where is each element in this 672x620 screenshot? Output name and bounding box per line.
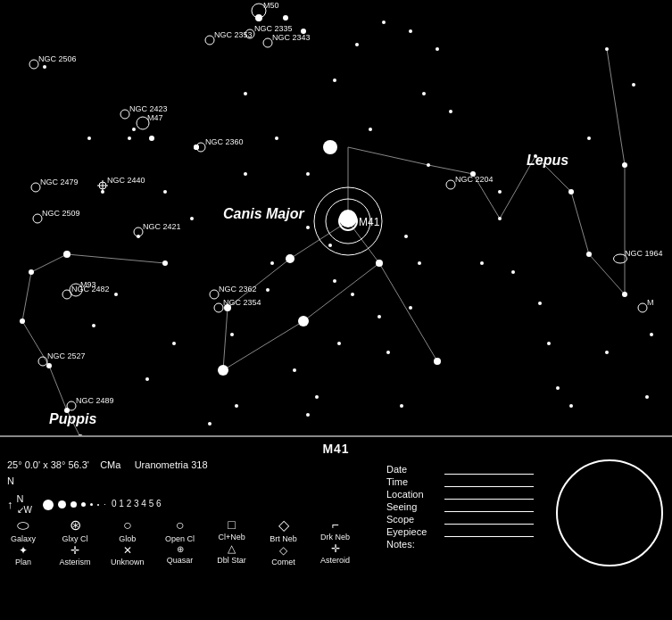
- obs-scope: Scope: [386, 514, 534, 525]
- svg-point-114: [263, 38, 272, 47]
- svg-point-116: [29, 60, 38, 69]
- svg-point-52: [87, 136, 91, 140]
- svg-point-30: [162, 260, 168, 266]
- svg-line-22: [67, 254, 165, 263]
- svg-point-103: [293, 368, 296, 372]
- svg-point-96: [386, 351, 390, 354]
- svg-point-132: [33, 214, 42, 223]
- svg-text:M41: M41: [359, 216, 380, 228]
- svg-text:NGC 2440: NGC 2440: [107, 176, 145, 185]
- svg-point-106: [306, 226, 310, 229]
- svg-line-8: [348, 147, 428, 165]
- svg-point-110: [205, 36, 214, 45]
- svg-point-93: [306, 413, 310, 417]
- svg-point-47: [283, 15, 288, 21]
- svg-text:NGC 1964: NGC 1964: [625, 249, 663, 258]
- svg-point-58: [400, 404, 403, 408]
- obs-location: Location: [386, 489, 534, 500]
- svg-line-4: [223, 308, 228, 370]
- svg-text:NGC 2506: NGC 2506: [38, 54, 77, 63]
- svg-point-98: [266, 288, 270, 292]
- svg-line-6: [303, 263, 379, 321]
- obs-date: Date: [386, 464, 534, 475]
- svg-point-102: [230, 333, 234, 336]
- catalog-ref: Uranometria 318: [135, 459, 208, 470]
- svg-line-18: [22, 272, 31, 321]
- svg-point-151: [67, 401, 76, 410]
- svg-point-32: [434, 358, 441, 365]
- svg-point-37: [622, 162, 627, 168]
- svg-text:Puppis: Puppis: [49, 411, 96, 426]
- svg-line-9: [428, 165, 473, 174]
- svg-point-51: [149, 136, 154, 141]
- svg-text:NGC 2527: NGC 2527: [47, 351, 86, 360]
- svg-point-65: [498, 217, 502, 220]
- svg-point-77: [449, 110, 452, 113]
- svg-point-62: [511, 270, 515, 274]
- compass-label: N↙W: [17, 493, 32, 515]
- object-title: M41: [7, 442, 665, 456]
- legend-symbols: ⬭ Galaxy ✦ Plan ⊛ Glxy Cl ✛ Asterism ○ G…: [7, 518, 352, 566]
- svg-point-53: [43, 65, 46, 69]
- svg-point-91: [92, 324, 95, 327]
- svg-point-82: [645, 395, 649, 399]
- svg-point-31: [218, 365, 228, 376]
- eyepiece-circle: [556, 459, 663, 566]
- svg-text:NGC 2354: NGC 2354: [223, 298, 261, 307]
- svg-point-78: [547, 342, 551, 345]
- north-arrow: ↑: [7, 498, 13, 511]
- svg-point-26: [286, 254, 295, 263]
- legend-brtneb: ◇ Brt Neb ◇ Comet: [268, 518, 300, 566]
- svg-text:NGC 2421: NGC 2421: [143, 222, 181, 231]
- svg-point-88: [306, 172, 310, 176]
- svg-point-43: [46, 363, 52, 368]
- svg-point-101: [337, 342, 341, 345]
- svg-point-71: [244, 92, 247, 95]
- obs-seeing: Seeing: [386, 501, 534, 512]
- svg-text:NGC 2204: NGC 2204: [455, 175, 494, 184]
- svg-point-118: [120, 110, 129, 119]
- svg-point-74: [409, 29, 412, 33]
- obs-time: Time: [386, 476, 534, 487]
- svg-point-76: [422, 92, 426, 95]
- svg-point-34: [568, 189, 574, 194]
- svg-line-5: [223, 321, 303, 370]
- svg-point-55: [333, 79, 336, 82]
- svg-line-20: [49, 366, 67, 410]
- svg-point-59: [114, 293, 118, 296]
- mag-scale: 0 1 2 3 4 5 6: [112, 499, 162, 508]
- svg-point-92: [145, 377, 149, 381]
- svg-point-73: [382, 21, 386, 24]
- svg-text:NGC 2343: NGC 2343: [272, 33, 311, 42]
- svg-line-14: [589, 254, 625, 294]
- obs-notes: Notes:: [386, 539, 534, 550]
- svg-text:Canis Major: Canis Major: [223, 206, 304, 221]
- info-panel: M41 25° 0.0' x 38° 56.3' CMa Uranometria…: [0, 437, 672, 620]
- obs-eyepiece: Eyepiece: [386, 526, 534, 537]
- svg-point-99: [270, 261, 274, 265]
- svg-text:NGC 2360: NGC 2360: [205, 137, 244, 146]
- legend-clneb: □ Cl+Neb △ Dbl Star: [216, 518, 248, 565]
- svg-point-105: [418, 261, 421, 265]
- svg-line-13: [571, 192, 589, 254]
- svg-point-36: [622, 292, 627, 297]
- star-map: M50NGC 2353NGC 2335NGC 2343NGC 2506NGC 2…: [0, 0, 672, 437]
- svg-point-139: [345, 219, 351, 224]
- legend-opencl: ○ Open Cl ⊕ Quasar: [164, 518, 196, 565]
- svg-point-81: [650, 333, 653, 336]
- svg-point-38: [632, 83, 635, 87]
- svg-point-67: [404, 235, 408, 238]
- svg-text:NGC 2423: NGC 2423: [129, 104, 168, 113]
- svg-point-49: [132, 128, 136, 131]
- svg-point-68: [480, 261, 484, 265]
- svg-point-42: [20, 318, 25, 324]
- legend-section: ↑ N↙W · 0 1 2 3 4 5 6 ⬭ Galaxy: [7, 493, 352, 570]
- svg-point-70: [275, 136, 278, 140]
- svg-text:NGC 2335: NGC 2335: [254, 24, 293, 33]
- svg-point-57: [315, 395, 319, 399]
- svg-point-61: [538, 302, 542, 305]
- svg-text:NGC 2509: NGC 2509: [42, 209, 80, 218]
- svg-point-84: [605, 351, 609, 354]
- svg-point-66: [369, 128, 372, 131]
- mag-dots: · 0 1 2 3 4 5 6: [43, 498, 162, 509]
